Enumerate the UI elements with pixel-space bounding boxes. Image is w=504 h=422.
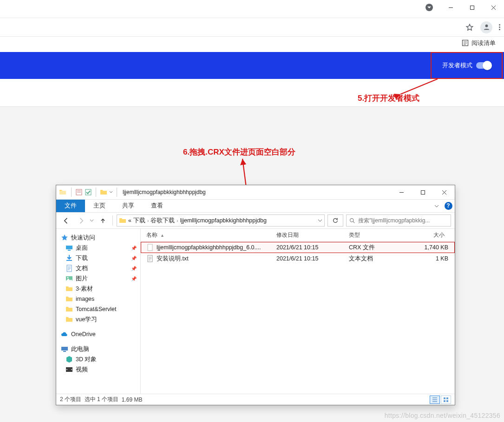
folder-icon: [100, 188, 107, 196]
svg-point-25: [71, 369, 72, 370]
qat-properties-icon[interactable]: [75, 188, 83, 196]
star-icon: [61, 234, 68, 241]
breadcrumb-google-downloads[interactable]: 谷歌下载: [151, 217, 175, 225]
pc-icon: [61, 345, 68, 353]
ribbon-help-button[interactable]: ?: [442, 200, 455, 212]
explorer-ribbon: 文件 主页 共享 查看 ?: [56, 199, 455, 212]
svg-rect-22: [63, 351, 66, 352]
svg-line-7: [400, 79, 438, 94]
explorer-body: 快速访问 桌面📌 下载📌 文档📌 图片📌 3-素材 images Tomcat&…: [56, 229, 455, 394]
breadcrumb-downloads[interactable]: 下载: [133, 217, 145, 225]
column-size[interactable]: 大小: [406, 231, 448, 239]
file-row[interactable]: 安装说明.txt2021/6/21 10:15文本文档1 KB: [141, 253, 455, 264]
breadcrumb-path[interactable]: « 下载› 谷歌下载› ljjemllljcmogpfapbkkighbhhpp…: [117, 214, 325, 227]
folder-icon: [59, 188, 66, 196]
svg-rect-26: [148, 244, 152, 251]
view-details-button[interactable]: [430, 396, 440, 404]
breadcrumb-back[interactable]: «: [128, 217, 131, 224]
column-type[interactable]: 类型: [349, 231, 406, 239]
bookmark-bar: 阅读清单: [0, 36, 504, 49]
pin-icon: 📌: [131, 256, 137, 261]
picture-icon: [65, 275, 73, 282]
file-date: 2021/6/21 10:15: [276, 255, 349, 262]
view-large-icons-button[interactable]: [441, 396, 451, 404]
file-name: 安装说明.txt: [157, 255, 189, 263]
download-icon: [65, 254, 73, 262]
svg-rect-10: [85, 189, 91, 195]
developer-mode-toggle[interactable]: [476, 62, 491, 69]
explorer-search-box[interactable]: [346, 214, 451, 227]
breadcrumb-folder[interactable]: ljjemllljcmogpfapbkkighbhhppjdbg: [180, 217, 267, 224]
explorer-maximize-button[interactable]: [412, 185, 433, 199]
file-list-panel: 名称▲ 修改日期 类型 大小 ljjemllljcmogpfapbkkighbh…: [141, 229, 455, 394]
window-minimize-button[interactable]: [440, 0, 461, 15]
ribbon-tab-home[interactable]: 主页: [85, 200, 114, 212]
ribbon-tab-file[interactable]: 文件: [56, 200, 85, 212]
explorer-status-bar: 2 个项目 选中 1 个项目 1.69 MB: [56, 394, 455, 405]
incognito-icon: [419, 0, 440, 15]
explorer-search-input[interactable]: [358, 217, 448, 224]
file-list-header: 名称▲ 修改日期 类型 大小: [141, 229, 455, 242]
window-close-button[interactable]: [483, 0, 504, 15]
svg-rect-29: [446, 397, 448, 399]
reading-list-label[interactable]: 阅读清单: [471, 39, 496, 47]
cloud-icon: [61, 331, 68, 338]
svg-rect-31: [446, 400, 448, 402]
explorer-close-button[interactable]: [433, 185, 455, 199]
status-item-count: 2 个项目: [60, 396, 81, 403]
nav-downloads[interactable]: 下载📌: [59, 253, 140, 263]
nav-onedrive[interactable]: OneDrive: [59, 329, 140, 339]
folder-icon: [119, 217, 126, 224]
column-name[interactable]: 名称▲: [146, 231, 276, 239]
file-name: ljjemllljcmogpfapbkkighbhhppjdbg_6.0....: [157, 244, 261, 251]
nav-folder-3[interactable]: Tomcat&Servlet: [59, 304, 140, 314]
explorer-minimize-button[interactable]: [391, 185, 412, 199]
watermark-text: https://blog.csdn.net/weixin_45122356: [385, 412, 500, 419]
qat-dropdown-icon[interactable]: [109, 190, 113, 194]
breadcrumb-dropdown-icon[interactable]: [318, 218, 322, 223]
nav-documents[interactable]: 文档📌: [59, 263, 140, 273]
video-icon: [65, 366, 73, 373]
nav-folder-4[interactable]: vue学习: [59, 314, 140, 325]
annotation-arrow-5: [391, 69, 447, 97]
nav-desktop[interactable]: 桌面📌: [59, 243, 140, 253]
ribbon-expand-icon[interactable]: [434, 200, 439, 212]
nav-3d-objects[interactable]: 3D 对象: [59, 354, 140, 364]
column-date[interactable]: 修改日期: [276, 231, 349, 239]
svg-rect-12: [421, 190, 425, 194]
ribbon-tab-share[interactable]: 共享: [114, 200, 143, 212]
refresh-button[interactable]: [327, 214, 343, 227]
ribbon-tab-view[interactable]: 查看: [143, 200, 171, 212]
reading-list-icon: [462, 39, 469, 46]
svg-rect-21: [61, 347, 68, 351]
explorer-title-text: ljjemllljcmogpfapbkkighbhhppjdbg: [123, 189, 206, 195]
nav-recent-dropdown-icon[interactable]: [90, 219, 94, 223]
nav-up-button[interactable]: [97, 214, 109, 227]
sort-asc-icon: ▲: [160, 233, 164, 238]
file-explorer-window: ljjemllljcmogpfapbkkighbhhppjdbg 文件 主页 共…: [56, 185, 455, 405]
nav-pictures[interactable]: 图片📌: [59, 273, 140, 284]
folder-icon: [65, 295, 73, 303]
desktop-icon: [65, 244, 73, 252]
profile-avatar-icon[interactable]: [480, 21, 492, 33]
search-icon: [349, 218, 355, 224]
svg-rect-1: [470, 6, 474, 9]
nav-quick-access[interactable]: 快速访问: [59, 233, 140, 243]
chrome-toolbar: [0, 18, 504, 36]
bookmark-star-icon[interactable]: [465, 23, 474, 32]
nav-videos[interactable]: 视频: [59, 364, 140, 375]
nav-folder-1[interactable]: 3-素材: [59, 284, 140, 294]
qat-checkbox-icon[interactable]: [85, 188, 92, 196]
file-size: 1,740 KB: [406, 244, 448, 251]
nav-folder-2[interactable]: images: [59, 294, 140, 304]
window-maximize-button[interactable]: [461, 0, 483, 15]
pin-icon: 📌: [131, 246, 137, 251]
nav-forward-button[interactable]: [75, 214, 87, 227]
nav-this-pc[interactable]: 此电脑: [59, 344, 140, 354]
nav-back-button[interactable]: [60, 214, 72, 227]
generic-file-icon: [146, 244, 154, 251]
explorer-titlebar: ljjemllljcmogpfapbkkighbhhppjdbg: [56, 185, 455, 199]
file-row[interactable]: ljjemllljcmogpfapbkkighbhhppjdbg_6.0....…: [141, 242, 455, 253]
file-date: 2021/6/21 10:15: [276, 244, 349, 251]
chrome-menu-button[interactable]: [499, 24, 500, 30]
